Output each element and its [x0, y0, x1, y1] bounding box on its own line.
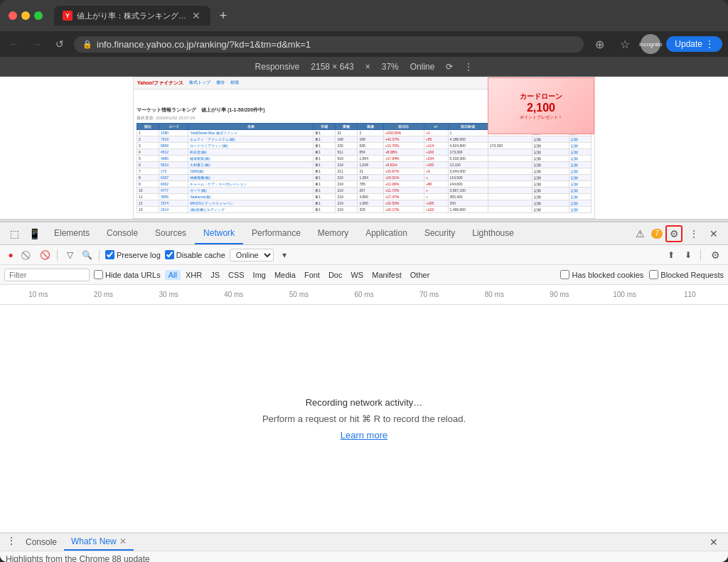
- blocked-requests-label[interactable]: Blocked Requests: [649, 270, 724, 279]
- blocked-requests-text: Blocked Requests: [660, 271, 724, 279]
- tab-security[interactable]: Security: [416, 222, 464, 244]
- filter-all-btn[interactable]: All: [165, 270, 181, 280]
- preserve-log-checkbox[interactable]: [105, 250, 114, 259]
- back-button[interactable]: ←: [6, 36, 23, 53]
- preserve-log-label[interactable]: Preserve log: [105, 250, 161, 259]
- preserve-log-text: Preserve log: [117, 251, 161, 259]
- cell-amount: 記録: [532, 207, 569, 213]
- tab-elements[interactable]: Elements: [46, 222, 98, 244]
- devtools-settings-icon[interactable]: ⚙: [665, 225, 682, 242]
- minimize-window-button[interactable]: [21, 11, 30, 20]
- url-bar[interactable]: 🔒 info.finance.yahoo.co.jp/ranking/?kd=1…: [74, 36, 584, 53]
- responsive-bar: Responsive 2158 × 643 × 37% Online ⟳ ⋮: [0, 57, 728, 77]
- cell-price: 267: [358, 188, 383, 194]
- cell-price: 325: [358, 207, 383, 213]
- hide-data-urls-label[interactable]: Hide data URLs: [94, 270, 161, 279]
- tab-performance[interactable]: Performance: [243, 222, 309, 244]
- filter-media-btn[interactable]: Media: [271, 270, 299, 280]
- cell-prev: 13,100: [448, 162, 488, 168]
- col-market: 市場: [314, 124, 336, 130]
- export-har-button[interactable]: ⬇: [682, 249, 695, 261]
- disable-cache-label[interactable]: Disable cache: [165, 250, 225, 259]
- cast-icon[interactable]: ⊕: [589, 34, 609, 54]
- cell-amount: 記録: [532, 143, 569, 149]
- network-select[interactable]: Online: [410, 62, 435, 72]
- filter-css-btn[interactable]: CSS: [225, 270, 248, 280]
- stop-recording-button[interactable]: ⃠: [21, 249, 34, 261]
- has-blocked-cookies-checkbox[interactable]: [560, 270, 569, 279]
- tab-sources[interactable]: Sources: [146, 222, 195, 244]
- tab-network[interactable]: Network: [195, 222, 243, 244]
- update-button[interactable]: Update ⋮: [666, 36, 722, 52]
- refresh-button[interactable]: ↺: [51, 36, 68, 53]
- drawer-tab-whats-new[interactable]: What's New ✕: [64, 534, 134, 551]
- fullscreen-window-button[interactable]: [34, 11, 43, 20]
- filter-js-btn[interactable]: JS: [207, 270, 223, 280]
- filter-xhr-btn[interactable]: XHR: [182, 270, 205, 280]
- active-tab[interactable]: Y 値上がり率：株式ランキング - Ya... ✕: [54, 6, 210, 26]
- cell-price: 4,880: [358, 194, 383, 200]
- cell-price: 785: [358, 181, 383, 188]
- profile-avatar[interactable]: Incognito: [641, 34, 660, 54]
- tab-console[interactable]: Console: [98, 222, 146, 244]
- cell-plusminus: +100: [424, 162, 448, 168]
- drawer-tab-console[interactable]: Console: [18, 534, 64, 551]
- devtools-kebab-icon[interactable]: ⋮: [685, 225, 702, 242]
- more-options-icon[interactable]: ⋮: [464, 62, 473, 72]
- filter-ws-btn[interactable]: WS: [347, 270, 367, 280]
- cell-sector: 219: [336, 181, 358, 188]
- network-settings-icon[interactable]: ⚙: [707, 247, 724, 264]
- filter-other-btn[interactable]: Other: [407, 270, 434, 280]
- bookmark-icon[interactable]: ☆: [615, 34, 635, 54]
- tab-application[interactable]: Application: [357, 222, 416, 244]
- import-har-button[interactable]: ⬆: [665, 249, 678, 261]
- zoom-select[interactable]: 37%: [382, 62, 399, 72]
- search-icon[interactable]: 🔍: [80, 249, 93, 261]
- cell-plusminus: +114: [424, 143, 448, 149]
- forward-button[interactable]: →: [28, 36, 46, 53]
- cell-detail: 記録: [569, 200, 591, 207]
- table-row: 10 4777 ガーラ(株) 東1 219 267 +11.72% + 3,86…: [137, 188, 592, 194]
- hide-data-urls-checkbox[interactable]: [94, 270, 103, 279]
- tick-40ms: 40 ms: [201, 291, 267, 298]
- clear-button[interactable]: 🚫: [38, 249, 51, 261]
- filter-input[interactable]: [4, 269, 90, 281]
- filter-manifest-btn[interactable]: Manifest: [368, 270, 405, 280]
- filter-img-btn[interactable]: Img: [250, 270, 269, 280]
- device-toolbar-icon[interactable]: 📱: [26, 225, 43, 242]
- divider-2: [99, 249, 100, 261]
- drawer-tab-close-icon[interactable]: ✕: [119, 536, 127, 546]
- record-button[interactable]: ●: [4, 249, 17, 261]
- col-price: 株価: [358, 124, 383, 130]
- cell-plusminus: +234: [424, 156, 448, 162]
- cell-amount: 記録: [532, 181, 569, 188]
- drawer-whats-new-label: What's New: [71, 536, 117, 546]
- device-rotate-icon[interactable]: ⟳: [446, 62, 453, 72]
- tab-lighthouse[interactable]: Lighthouse: [464, 222, 523, 244]
- devtools-close-icon[interactable]: ✕: [705, 225, 722, 242]
- drawer-three-dots-icon[interactable]: ⋮: [4, 534, 18, 548]
- inspect-element-icon[interactable]: ⬚: [6, 225, 23, 242]
- throttle-select[interactable]: Online: [230, 249, 274, 261]
- filter-doc-btn[interactable]: Doc: [325, 270, 346, 280]
- cell-rank: 5: [137, 156, 159, 162]
- cell-amount: 記録: [532, 194, 569, 200]
- cell-market: 東1: [314, 149, 336, 156]
- stock-table: 順位 コード 名称 市場 業種 株価 前日比 +/- 前日終値 出来高 売買代金: [136, 123, 592, 213]
- tab-close-button[interactable]: ✕: [191, 10, 202, 21]
- devtools-panel: ⬚ 📱 Elements Console Sources Network Per…: [0, 222, 728, 532]
- drawer-close-button[interactable]: ✕: [705, 534, 722, 551]
- new-tab-button[interactable]: +: [213, 6, 233, 26]
- learn-more-link[interactable]: Learn more: [341, 430, 387, 441]
- has-blocked-cookies-label[interactable]: Has blocked cookies: [560, 270, 643, 279]
- warning-icon[interactable]: ⚠: [631, 225, 648, 242]
- tab-memory[interactable]: Memory: [309, 222, 357, 244]
- throttle-dropdown-icon[interactable]: ▾: [278, 249, 291, 261]
- blocked-requests-checkbox[interactable]: [649, 270, 658, 279]
- filter-font-btn[interactable]: Font: [301, 270, 323, 280]
- filter-icon[interactable]: ▽: [63, 249, 76, 261]
- close-window-button[interactable]: [9, 11, 17, 20]
- table-row: 13 2414 (株)鉄鋼ビルディング 東1 219 325 +10.17% +…: [137, 207, 592, 213]
- responsive-select[interactable]: Responsive: [255, 62, 300, 72]
- disable-cache-checkbox[interactable]: [165, 250, 174, 259]
